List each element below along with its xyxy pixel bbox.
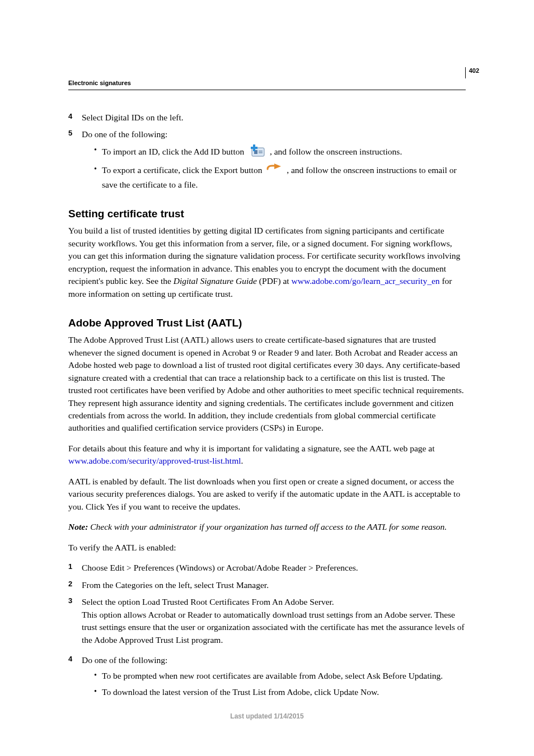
step-2: 2 From the Categories on the left, selec… <box>68 579 466 591</box>
text-after-icon: , and follow the onscreen instructions. <box>270 147 402 156</box>
export-icon <box>266 164 282 178</box>
security-guide-link[interactable]: www.adobe.com/go/learn_acr_security_en <box>292 276 440 286</box>
text-before-icon: To import an ID, click the Add ID button <box>102 147 246 156</box>
list-item: To be prompted when new root certificate… <box>94 670 466 682</box>
heading-aatl: Adobe Approved Trust List (AATL) <box>68 317 466 329</box>
note-label: Note: <box>68 522 88 531</box>
step-number: 1 <box>68 562 72 572</box>
step-number: 2 <box>68 579 72 590</box>
note-paragraph: Note: Check with your administrator if y… <box>68 521 466 533</box>
step-text: Do one of the following: <box>82 129 167 139</box>
body-paragraph: AATL is enabled by default. The list dow… <box>68 475 466 513</box>
step-5: 5 Do one of the following: To import an … <box>68 128 466 191</box>
page: 402 Electronic signatures 4 Select Digit… <box>0 0 534 756</box>
body-paragraph: The Adobe Approved Trust List (AATL) all… <box>68 334 466 435</box>
step-extra-text: This option allows Acrobat or Reader to … <box>82 609 466 646</box>
page-number: 402 <box>469 67 479 74</box>
step-number: 3 <box>68 596 72 606</box>
header-rule <box>68 90 466 90</box>
list-item: To export a certificate, click the Expor… <box>94 164 466 191</box>
step-number: 5 <box>68 128 72 139</box>
text-fragment: . <box>241 456 243 465</box>
svg-rect-2 <box>259 151 263 152</box>
running-head: Electronic signatures <box>68 80 466 86</box>
svg-rect-3 <box>259 152 263 153</box>
guide-title: Digital Signature Guide <box>174 276 257 286</box>
aatl-link[interactable]: www.adobe.com/security/approved-trust-li… <box>68 456 241 465</box>
list-item: To download the latest version of the Tr… <box>94 686 466 698</box>
step-5-sublist: To import an ID, click the Add ID button… <box>82 144 466 191</box>
page-number-wrap: 402 <box>465 67 479 78</box>
svg-rect-5 <box>251 147 257 149</box>
top-steps-list: 4 Select Digital IDs on the left. 5 Do o… <box>68 111 466 191</box>
text-fragment: For details about this feature and why i… <box>68 444 435 453</box>
add-id-icon <box>249 144 265 160</box>
step-4-sublist: To be prompted when new root certificate… <box>82 670 466 698</box>
step-4: 4 Do one of the following: To be prompte… <box>68 654 466 698</box>
body-paragraph: To verify the AATL is enabled: <box>68 542 466 554</box>
step-number: 4 <box>68 654 72 665</box>
step-text: From the Categories on the left, select … <box>82 580 269 590</box>
step-1: 1 Choose Edit > Preferences (Windows) or… <box>68 562 466 574</box>
heading-setting-certificate-trust: Setting certificate trust <box>68 208 466 220</box>
aatl-steps-list: 1 Choose Edit > Preferences (Windows) or… <box>68 562 466 698</box>
note-body: Check with your administrator if your or… <box>88 522 447 531</box>
step-text: Choose Edit > Preferences (Windows) or A… <box>82 563 358 572</box>
step-number: 4 <box>68 111 72 122</box>
body-paragraph: You build a list of trusted identities b… <box>68 225 466 300</box>
step-text: Select the option Load Trusted Root Cert… <box>82 597 334 606</box>
step-text: Select Digital IDs on the left. <box>82 113 184 122</box>
text-fragment: (PDF) at <box>257 276 292 286</box>
list-item: To import an ID, click the Add ID button… <box>94 144 466 160</box>
step-3: 3 Select the option Load Trusted Root Ce… <box>68 596 466 646</box>
step-text: Do one of the following: <box>82 655 167 665</box>
footer-last-updated: Last updated 1/14/2015 <box>0 712 534 720</box>
text-before-icon: To export a certificate, click the Expor… <box>102 165 264 175</box>
body-paragraph: For details about this feature and why i… <box>68 442 466 468</box>
step-4: 4 Select Digital IDs on the left. <box>68 111 466 124</box>
